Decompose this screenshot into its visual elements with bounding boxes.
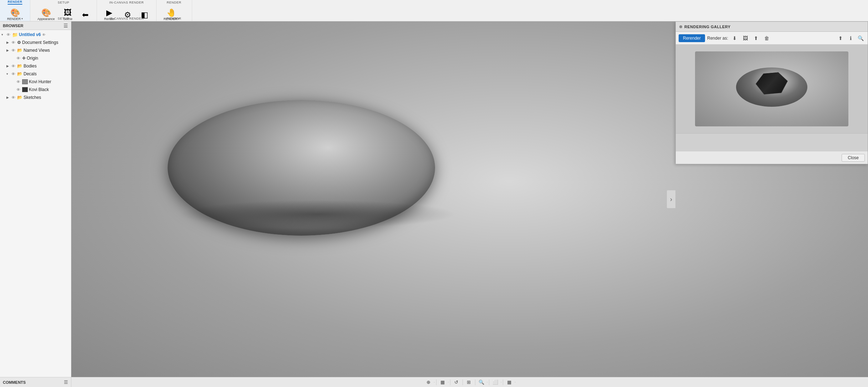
bodies-eye[interactable]: 👁 (11, 64, 17, 68)
render-tab-label: RENDER (7, 0, 22, 5)
sketches-arrow: ▶ (6, 96, 11, 99)
bottom-tool-move[interactable]: ⊕ (424, 378, 433, 386)
comments-section: COMMENTS ☰ (0, 377, 71, 387)
kh-eye[interactable]: 👁 (16, 80, 22, 84)
origin-icon: ✛ (22, 56, 26, 61)
decals-eye[interactable]: 👁 (11, 72, 17, 76)
doc-eye[interactable]: 👁 (11, 40, 17, 45)
render-action-icon: 🤚 (167, 9, 176, 17)
sketches-eye[interactable]: 👁 (11, 95, 17, 100)
gallery-upload-icon[interactable]: ⬆ (752, 34, 760, 42)
gallery-dot-icon (679, 25, 682, 28)
gallery-close-button[interactable]: Close (842, 154, 865, 162)
tree-item-origin[interactable]: ▶ 👁 ✛ Origin (0, 54, 71, 62)
gallery-trash-icon[interactable]: 🗑 (762, 34, 771, 42)
back-icon: ⬅ (82, 11, 88, 19)
tree-item-sketches[interactable]: ▶ 👁 📂 Sketches (0, 94, 71, 101)
root-arrow: ▾ (1, 33, 6, 36)
browser-title: BROWSER (3, 24, 23, 28)
root-folder-icon: 📁 (12, 32, 18, 37)
kovi-black-label: Kovi Black (29, 87, 49, 92)
sketches-folder-icon: 📂 (17, 95, 22, 100)
render-dropdown-arrow: ▾ (21, 17, 23, 20)
bodies-folder-icon: 📂 (17, 64, 22, 69)
gallery-footer: Close (676, 151, 868, 164)
right-chevron-button[interactable]: › (667, 190, 675, 208)
gallery-image-icon[interactable]: 🖼 (741, 34, 750, 42)
decals-arrow: ▾ (6, 72, 11, 76)
render-as-label: Render as: (707, 36, 728, 41)
decals-label: Decals (24, 71, 37, 76)
bottom-divider-2 (450, 380, 450, 385)
bottom-layout-arrow: · (515, 381, 515, 384)
kb-decal-icon (22, 87, 28, 92)
bottom-tool-grid[interactable]: ▦ (438, 378, 447, 386)
render-section: RENDER 🎨 RENDER ▾ (0, 0, 30, 21)
bottom-tool-view[interactable]: ⬜ (491, 378, 500, 386)
root-eye2[interactable]: 👁 (42, 33, 46, 37)
mini-render (736, 67, 807, 110)
gallery-download-icon[interactable]: ⬇ (730, 34, 739, 42)
kb-eye[interactable]: 👁 (16, 87, 22, 92)
setup-section-label: SETUP (58, 1, 70, 4)
origin-eye[interactable]: 👁 (16, 56, 22, 60)
bottom-toolbar: ⊕ · ▦ · ↺ ⊞ 🔍 · ⬜ · ▦ · (71, 378, 868, 386)
render-action-section: RENDER 🤚 RENDER ▾ RENDER (157, 0, 192, 21)
gallery-toolbar: Rerender Render as: ⬇ 🖼 ⬆ 🗑 ⬆ ℹ 🔍 (676, 32, 868, 45)
comments-menu-icon[interactable]: ☰ (64, 380, 68, 385)
back-button[interactable]: ⬅ (78, 10, 92, 20)
gallery-header: RENDERING GALLERY (676, 22, 868, 32)
named-views-arrow: ▶ (6, 49, 11, 52)
main-canvas[interactable]: RENDERING GALLERY Rerender Render as: ⬇ … (71, 21, 868, 377)
comments-label: COMMENTS (3, 380, 26, 385)
in-canvas-icon: ▶ (106, 9, 112, 17)
bottom-view-arrow: · (501, 381, 501, 384)
doc-settings-label: Document Settings (22, 40, 58, 45)
tree-item-root[interactable]: ▾ 👁 📁 Untitled v6 👁 (0, 31, 71, 39)
bottom-divider-6 (503, 380, 503, 385)
origin-label: Origin (27, 56, 38, 61)
named-views-eye[interactable]: 👁 (11, 48, 17, 52)
gallery-zoom-icon[interactable]: 🔍 (856, 34, 865, 42)
bottom-zoom-arrow: · (487, 381, 487, 384)
tree-item-kovi-black[interactable]: ▶ 👁 Kovi Black (0, 86, 71, 94)
named-views-label: Named Views (24, 48, 50, 53)
browser-menu-icon[interactable]: ☰ (63, 23, 68, 29)
bottom-tool-zoom[interactable]: 🔍 (477, 378, 486, 386)
tree-item-kovi-hunter[interactable]: ▶ 👁 Kovi Hunter (0, 78, 71, 86)
gallery-info-icon[interactable]: ℹ (846, 34, 855, 42)
tree-item-doc-settings[interactable]: ▶ 👁 ⚙ Document Settings (0, 39, 71, 46)
in-canvas-label: IN-CANVAS RENDER (109, 1, 144, 4)
bottom-tool-fit[interactable]: ⊞ (464, 378, 474, 386)
tree-item-named-views[interactable]: ▶ 👁 📂 Named Views (0, 46, 71, 54)
root-eye[interactable]: 👁 (6, 32, 12, 37)
render-btn-text: RENDER (7, 17, 21, 21)
bottom-divider-1 (436, 380, 436, 385)
bottom-bar: COMMENTS ☰ ⊕ · ▦ · ↺ ⊞ 🔍 · ⬜ · ▦ · (0, 377, 868, 387)
tree-item-decals[interactable]: ▾ 👁 📂 Decals (0, 70, 71, 78)
in-canvas-bottom-label: IN-CANVAS RENDER (109, 17, 144, 20)
mini-disc (736, 67, 807, 107)
bottom-divider-4 (475, 380, 475, 385)
appearance-button[interactable]: 🎨 Appearance (35, 7, 58, 22)
browser-header: BROWSER ☰ (0, 21, 71, 30)
named-views-folder-icon: 📂 (17, 48, 22, 53)
in-canvas-render-section: IN-CANVAS RENDER ▶ Render ⚙ ◧ IN-CANVAS … (97, 0, 157, 21)
doc-settings-arrow: ▶ (6, 41, 11, 44)
kovi-hunter-label: Kovi Hunter (29, 79, 51, 84)
gallery-content (676, 45, 868, 133)
bottom-divider-5 (489, 380, 489, 385)
bottom-tool-layout[interactable]: ▦ (505, 378, 514, 386)
root-label: Untitled v6 (19, 32, 41, 37)
render-menu-button[interactable]: 🎨 RENDER ▾ (4, 7, 26, 22)
tree-item-bodies[interactable]: ▶ 👁 📂 Bodies (0, 62, 71, 70)
doc-folder-icon: ⚙ (17, 40, 21, 45)
bottom-move-arrow: · (434, 381, 434, 384)
bodies-label: Bodies (24, 64, 37, 69)
disc-shadow (178, 200, 456, 228)
rerender-button[interactable]: Rerender (679, 34, 705, 42)
bottom-tool-undo[interactable]: ↺ (452, 378, 461, 386)
decals-folder-icon: 📂 (17, 71, 22, 76)
setup-bottom-label: SETUP (58, 17, 70, 20)
gallery-share-icon[interactable]: ⬆ (836, 34, 845, 42)
